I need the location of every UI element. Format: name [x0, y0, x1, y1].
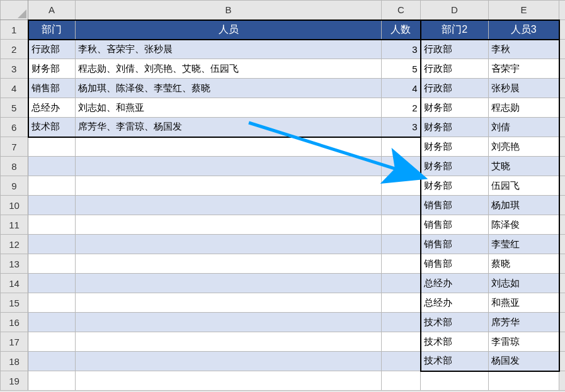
cell[interactable]: 李莹红	[489, 235, 559, 254]
cell[interactable]	[76, 274, 382, 293]
cell[interactable]	[28, 371, 76, 391]
row-header[interactable]: 18	[1, 352, 28, 371]
cell[interactable]	[76, 293, 382, 313]
row-header[interactable]: 10	[1, 196, 28, 215]
cell-header-dept2[interactable]: 部门2	[421, 20, 489, 40]
row-header[interactable]: 15	[1, 293, 28, 313]
cell[interactable]	[28, 352, 76, 371]
cell[interactable]	[76, 313, 382, 332]
cell[interactable]	[76, 352, 382, 371]
cell[interactable]	[76, 137, 382, 157]
cell[interactable]: 行政部	[28, 40, 76, 59]
cell[interactable]: 财务部	[421, 157, 489, 176]
cell[interactable]	[382, 215, 421, 235]
cell[interactable]: 刘志如、和燕亚	[76, 98, 382, 118]
cell[interactable]: 程志勋	[489, 98, 559, 118]
cell[interactable]: 财务部	[28, 59, 76, 79]
cell[interactable]: 杨加琪、陈泽俊、李莹红、蔡晓	[76, 79, 382, 98]
cell[interactable]: 销售部	[421, 215, 489, 235]
cell[interactable]	[76, 176, 382, 196]
cell[interactable]	[382, 293, 421, 313]
row-header[interactable]: 3	[1, 59, 28, 79]
cell[interactable]: 总经办	[421, 293, 489, 313]
cell[interactable]: 李秋	[489, 40, 559, 59]
cell[interactable]: 财务部	[421, 176, 489, 196]
cell[interactable]	[28, 137, 76, 157]
row-header[interactable]: 19	[1, 371, 28, 391]
row-header[interactable]: 17	[1, 332, 28, 352]
cell[interactable]: 2	[382, 98, 421, 118]
cell[interactable]	[382, 137, 421, 157]
cell[interactable]	[28, 313, 76, 332]
cell[interactable]: 席芳华、李雷琼、杨国发	[76, 118, 382, 137]
cell[interactable]	[28, 293, 76, 313]
cell[interactable]: 刘亮艳	[489, 137, 559, 157]
column-header-E[interactable]: E	[489, 1, 559, 20]
cell[interactable]	[489, 371, 559, 391]
cell[interactable]	[382, 157, 421, 176]
cell[interactable]: 总经办	[28, 98, 76, 118]
cell[interactable]: 技术部	[421, 332, 489, 352]
cell[interactable]	[28, 196, 76, 215]
cell[interactable]: 4	[382, 79, 421, 98]
cell[interactable]: 技术部	[421, 352, 489, 371]
cell[interactable]	[76, 332, 382, 352]
cell[interactable]: 3	[382, 40, 421, 59]
cell[interactable]	[28, 274, 76, 293]
cell-header-people3[interactable]: 人员3	[489, 20, 559, 40]
column-header-D[interactable]: D	[421, 1, 489, 20]
cell[interactable]	[28, 176, 76, 196]
cell[interactable]: 刘志如	[489, 274, 559, 293]
cell[interactable]	[382, 235, 421, 254]
cell[interactable]: 蔡晓	[489, 254, 559, 274]
column-header-C[interactable]: C	[382, 1, 421, 20]
row-header[interactable]: 16	[1, 313, 28, 332]
cell[interactable]	[382, 313, 421, 332]
row-header[interactable]: 11	[1, 215, 28, 235]
cell[interactable]: 财务部	[421, 137, 489, 157]
row-header[interactable]: 6	[1, 118, 28, 137]
select-all-corner[interactable]	[1, 1, 28, 20]
cell[interactable]	[382, 332, 421, 352]
cell[interactable]: 吝荣宇	[489, 59, 559, 79]
cell[interactable]	[76, 215, 382, 235]
cell[interactable]	[76, 254, 382, 274]
cell[interactable]: 张秒晨	[489, 79, 559, 98]
cell[interactable]: 程志勋、刘倩、刘亮艳、艾晓、伍园飞	[76, 59, 382, 79]
row-header[interactable]: 1	[1, 20, 28, 40]
cell[interactable]: 技术部	[28, 118, 76, 137]
cell[interactable]: 行政部	[421, 40, 489, 59]
cell[interactable]: 李雷琼	[489, 332, 559, 352]
cell[interactable]	[382, 196, 421, 215]
cell[interactable]	[382, 371, 421, 391]
cell[interactable]: 销售部	[28, 79, 76, 98]
cell[interactable]: 杨国发	[489, 352, 559, 371]
row-header[interactable]: 9	[1, 176, 28, 196]
cell[interactable]	[28, 254, 76, 274]
cell[interactable]: 销售部	[421, 196, 489, 215]
cell[interactable]	[382, 254, 421, 274]
cell-header-count[interactable]: 人数	[382, 20, 421, 40]
cell[interactable]	[382, 274, 421, 293]
cell[interactable]	[421, 371, 489, 391]
cell[interactable]	[76, 196, 382, 215]
cell[interactable]: 伍园飞	[489, 176, 559, 196]
cell[interactable]: 行政部	[421, 79, 489, 98]
cell[interactable]: 总经办	[421, 274, 489, 293]
cell[interactable]: 杨加琪	[489, 196, 559, 215]
cell[interactable]: 艾晓	[489, 157, 559, 176]
row-header[interactable]: 8	[1, 157, 28, 176]
row-header[interactable]: 2	[1, 40, 28, 59]
cell[interactable]: 陈泽俊	[489, 215, 559, 235]
cell[interactable]: 席芳华	[489, 313, 559, 332]
cell[interactable]: 和燕亚	[489, 293, 559, 313]
row-header[interactable]: 13	[1, 254, 28, 274]
column-header-A[interactable]: A	[28, 1, 76, 20]
row-header[interactable]: 14	[1, 274, 28, 293]
cell[interactable]: 财务部	[421, 98, 489, 118]
column-header-B[interactable]: B	[76, 1, 382, 20]
cell[interactable]: 5	[382, 59, 421, 79]
row-header[interactable]: 4	[1, 79, 28, 98]
cell[interactable]: 技术部	[421, 313, 489, 332]
cell[interactable]	[382, 352, 421, 371]
